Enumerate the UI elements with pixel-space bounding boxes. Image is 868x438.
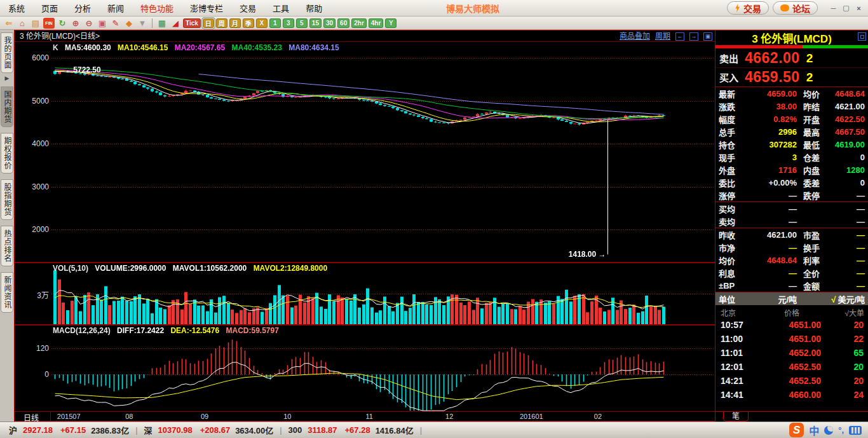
overlay-icon[interactable]: ▣ <box>97 18 108 29</box>
period-week-button[interactable]: 周 <box>216 18 227 28</box>
tick-row[interactable]: 14:21 4652.50 20 <box>715 374 868 388</box>
period-1min-button[interactable]: 1 <box>269 18 281 28</box>
period-15min-button[interactable]: 15 <box>309 18 322 28</box>
bid-row[interactable]: 买入 4659.50 2 <box>715 67 868 86</box>
nav-prev-icon[interactable]: ← <box>675 32 684 41</box>
forum-button[interactable]: 论坛 <box>773 1 818 15</box>
menu-page[interactable]: 页面 <box>33 2 66 14</box>
kline-canvas[interactable] <box>51 43 715 262</box>
tick-row[interactable]: 11:01 4652.00 65 <box>715 346 868 360</box>
restore-icon[interactable]: ▢ <box>841 3 851 13</box>
field-value: 4648.64 <box>826 89 868 99</box>
zoom-out-icon[interactable]: ⊖ <box>83 18 95 29</box>
macd-ylabels: 1200 <box>15 325 49 411</box>
period-x-button[interactable]: X <box>256 18 268 28</box>
spacer <box>715 402 868 411</box>
tick-qty: 65 <box>821 348 868 358</box>
macd-canvas[interactable] <box>51 325 715 411</box>
menu-analysis[interactable]: 分析 <box>66 2 99 14</box>
keyboard-icon[interactable] <box>849 426 862 435</box>
field-value: — <box>826 256 868 265</box>
close-icon[interactable]: × <box>853 3 864 13</box>
unit-row[interactable]: 单位 元/吨 √美元/吨 <box>715 292 868 305</box>
period-month-button[interactable]: 月 <box>229 18 241 28</box>
period-3min-button[interactable]: 3 <box>283 18 294 28</box>
tick-row[interactable]: 11:00 4651.00 22 <box>715 332 868 346</box>
tab-tick-by-tick[interactable]: 笔 <box>723 412 749 421</box>
refresh-icon[interactable]: ↻ <box>57 18 68 29</box>
x-axis-label: 10 <box>283 413 291 420</box>
page-icon[interactable]: ▤ <box>30 18 41 29</box>
back-icon[interactable]: ⇐ <box>3 18 15 29</box>
field-label: 买均 <box>715 203 745 215</box>
quote-field-row: 持仓 307282 最低 4619.00 <box>715 138 868 151</box>
x-axis-label: 201507 <box>57 413 81 420</box>
x-axis-label: 12 <box>445 413 453 420</box>
tick-row[interactable]: 14:41 4660.00 24 <box>715 388 868 402</box>
moon-icon[interactable] <box>824 426 833 435</box>
unit-cny[interactable]: 元/吨 <box>745 293 797 305</box>
period-4hr-button[interactable]: 4hr <box>369 18 384 28</box>
nav-split-icon[interactable]: ▣ <box>703 32 712 41</box>
menu-tools[interactable]: 工具 <box>264 2 297 14</box>
menu-system[interactable]: 系统 <box>0 2 33 14</box>
period-2hr-button[interactable]: 2hr <box>351 18 367 28</box>
overlay-link[interactable]: 商品叠加 <box>620 31 650 42</box>
trade-button[interactable]: 交易 <box>727 1 769 15</box>
field-value: 4619.00 <box>826 140 868 149</box>
zoom-in-icon[interactable]: ⊕ <box>70 18 81 29</box>
panel-restore-icon[interactable] <box>858 32 866 41</box>
minimize-icon[interactable]: ─ <box>828 3 839 13</box>
menu-special-features[interactable]: 特色功能 <box>132 2 182 14</box>
ma-legend: K MA5:4600.30 MA10:4546.15 MA20:4567.65 … <box>53 43 344 52</box>
y-axis-label: 4000 <box>15 139 49 148</box>
fin-icon[interactable]: FIN <box>43 18 55 29</box>
field-value: — <box>745 268 797 278</box>
field-value: 2996 <box>745 127 797 137</box>
period-60min-button[interactable]: 60 <box>337 18 349 28</box>
tick-row[interactable]: 10:57 4651.00 20 <box>715 318 868 332</box>
sogou-ime-icon[interactable]: S <box>789 423 804 437</box>
chart-icon[interactable]: ◢ <box>170 18 181 29</box>
nav-next-icon[interactable]: → <box>689 32 698 41</box>
expander-arrow-icon[interactable]: ▶ <box>5 75 10 81</box>
unit-usd[interactable]: √美元/吨 <box>797 293 868 305</box>
period-link[interactable]: 周期 <box>655 31 670 42</box>
sidebar-tab-hot-ranking[interactable]: 热点排名 <box>1 226 13 266</box>
menu-news[interactable]: 新闻 <box>99 2 132 14</box>
period-year-button[interactable]: Y <box>385 18 397 28</box>
sidebar-tab-domestic-futures[interactable]: 国内期货 <box>1 86 13 127</box>
unit-label: 单位 <box>715 293 745 305</box>
field-value: — <box>745 281 797 291</box>
menu-pengbo-column[interactable]: 澎博专栏 <box>182 2 231 14</box>
panel-tab-row: 笔 <box>715 411 868 421</box>
sidebar-tab-options-quotes[interactable]: 期权报价 <box>1 133 13 174</box>
sidebar-tab-index-futures[interactable]: 股指期货 <box>1 179 13 220</box>
app-title: 博易大师模拟 <box>446 2 499 15</box>
alert-icon[interactable]: ◆ <box>123 18 135 29</box>
sidebar-tab-my-pages[interactable]: 我的页面 <box>1 32 13 73</box>
tick-row[interactable]: 12:01 4652.50 20 <box>715 360 868 374</box>
filter-icon[interactable]: ▼ <box>137 18 148 29</box>
ime-language-icon[interactable]: 中 <box>809 423 819 438</box>
period-day-button[interactable]: 日 <box>203 18 214 28</box>
period-tick-button[interactable]: Tick <box>183 18 201 28</box>
menu-help[interactable]: 帮助 <box>297 2 330 14</box>
index-value: 10370.98 <box>158 425 193 435</box>
period-5min-button[interactable]: 5 <box>296 18 308 28</box>
sidebar-tab-news-info[interactable]: 新闻资讯 <box>1 272 13 313</box>
bid-label: 买入 <box>715 71 745 84</box>
home-icon[interactable]: ⌂ <box>17 18 28 29</box>
field-value: 4659.00 <box>745 89 797 99</box>
ask-row[interactable]: 卖出 4662.00 2 <box>715 48 868 67</box>
field-label: 委比 <box>715 177 745 189</box>
quote-table-icon[interactable]: ▦ <box>156 18 168 29</box>
draw-icon[interactable]: ✎ <box>110 18 121 29</box>
field-label: 外盘 <box>715 164 745 176</box>
punctuation-icon[interactable]: °, <box>838 425 844 435</box>
ticks-col-bigorder[interactable]: √大单 <box>824 307 868 318</box>
period-quarter-button[interactable]: 季 <box>243 18 254 28</box>
chart-tab-title: 3 伦外铜(LMCD)<日线> <box>20 31 100 42</box>
period-30min-button[interactable]: 30 <box>323 18 336 28</box>
menu-trade[interactable]: 交易 <box>231 2 264 14</box>
